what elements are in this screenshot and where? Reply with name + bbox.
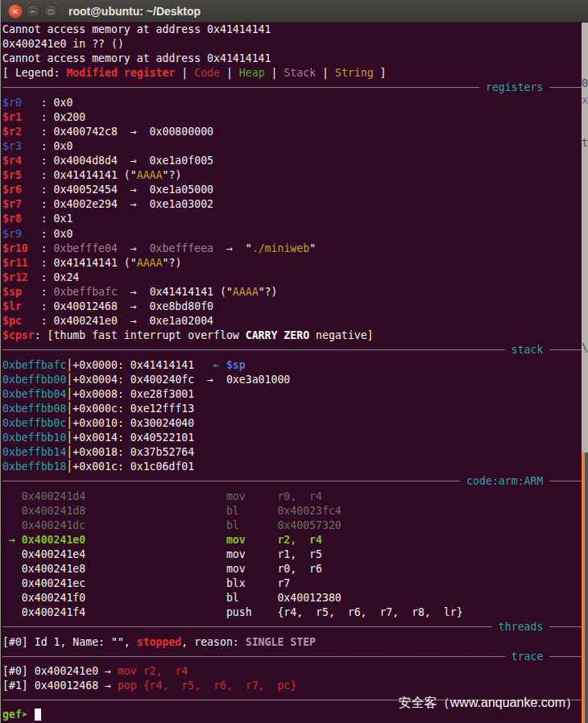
terminal-window: ✕ − ▢ root@ubuntu: ~/Desktop Cannot acce… (0, 0, 588, 723)
section-separator-registers: ────────────────────────────────────────… (2, 81, 588, 95)
text-segment: : 0x41414141 (" (41, 169, 137, 181)
text-segment: │+0x0008: 0xe28f3001 (66, 388, 194, 400)
window-title: root@ubuntu: ~/Desktop (68, 0, 201, 23)
terminal-screen[interactable]: Cannot access memory at address 0x414141… (1, 23, 588, 723)
close-icon[interactable]: ✕ (8, 4, 23, 19)
terminal-line: $r12 : 0x24 (2, 271, 588, 285)
scrollbar-lower[interactable] (582, 452, 588, 723)
text-segment: $r0 (2, 97, 41, 109)
text-segment: AAAA (137, 257, 163, 269)
terminal-line: 0x400241e4 mov r1, r5 (2, 547, 588, 562)
text-segment: 0x400241ec blx r7 (2, 577, 290, 589)
text-segment: Code (194, 67, 220, 79)
terminal-cursor[interactable] (35, 709, 41, 721)
text-segment: $r8 (2, 213, 41, 225)
terminal-line: Cannot access memory at address 0x414141… (2, 23, 588, 37)
text-segment: $r12 (2, 271, 41, 283)
text-segment: $r7 (2, 198, 41, 210)
terminal-line: $r0 : 0x0 (2, 96, 588, 110)
maximize-icon[interactable]: ▢ (43, 4, 58, 19)
terminal-line: $r7 : 0x4002e294 → 0xe1a03002 (2, 197, 588, 212)
text-segment: AAAA (137, 169, 163, 181)
text-segment: "?) (163, 257, 182, 269)
section-label: code:arm:ARM (460, 474, 549, 489)
text-segment: Cannot access memory at address 0x414141… (2, 52, 271, 64)
terminal-line: $r10 : 0xbefffe04 → 0xbefffeea → "./mini… (2, 242, 588, 256)
text-segment: │+0x0018: 0x37b52764 (66, 446, 194, 458)
section-separator-stack: ────────────────────────────────────────… (2, 343, 588, 357)
text-segment: Stack (284, 67, 316, 79)
terminal-line: 0x400241d8 bl 0x40023fc4 (2, 504, 588, 518)
text-segment: String (335, 67, 374, 79)
text-segment: Heap (239, 67, 265, 79)
terminal-line: $r3 : 0x0 (2, 139, 588, 154)
terminal-line: 0x400241d4 mov r0, r4 (2, 490, 588, 504)
text-segment: → 0x400241e0 mov r2, r4 (2, 534, 322, 546)
terminal-line: 0x400241e8 mov r0, r6 (2, 562, 588, 576)
text-segment: " (309, 242, 316, 254)
text-segment: : 0x400241e0 → 0xe1a02004 (41, 315, 213, 327)
window-titlebar[interactable]: ✕ − ▢ root@ubuntu: ~/Desktop (1, 0, 588, 23)
text-segment: : 0x4004d8d4 → 0xe1a0f005 (41, 155, 213, 167)
terminal-line: [#0] Id 1, Name: "", stopped, reason: SI… (2, 635, 588, 650)
terminal-line: 0xbeffbafc│+0x0000: 0x41414141 ← $sp (2, 358, 588, 373)
text-segment: │+0x0014: 0x40522101 (66, 432, 194, 444)
separator-dashes: ────────────────────────────────────────… (2, 620, 492, 634)
scrollbar-thumb[interactable] (582, 452, 585, 723)
text-segment: $lr (2, 300, 41, 312)
terminal-line: $r5 : 0x41414141 ("AAAA"?) (2, 168, 588, 183)
text-segment: 0x400241f0 bl 0x40012380 (2, 592, 342, 604)
text-segment: CARRY ZERO (246, 329, 309, 341)
text-segment: │+0x0000: 0x41414141 (66, 359, 194, 371)
terminal-line: 0xbeffbb0c│+0x0010: 0x30024040 (2, 416, 588, 431)
section-separator-code:arm:ARM: ────────────────────────────────────────… (2, 474, 588, 489)
text-segment: : 0x40012468 → 0xe8bd80f0 (41, 300, 213, 312)
terminal-line: $cpsr: [thumb fast interrupt overflow CA… (2, 328, 588, 343)
text-segment: [ Legend: (2, 67, 66, 79)
text-segment: $pc (2, 315, 41, 327)
minimize-icon[interactable]: − (26, 4, 40, 19)
terminal-line: $r6 : 0x40052454 → 0xe1a05000 (2, 183, 588, 197)
text-segment: 0x400241e0 in ?? () (2, 38, 124, 50)
text-segment: Modified register (66, 67, 175, 79)
terminal-line: 0xbeffbb10│+0x0014: 0x40522101 (2, 431, 588, 445)
terminal-line: $r9 : 0x0 (2, 227, 588, 242)
text-segment: negative] (309, 329, 373, 341)
text-segment: │+0x000c: 0xe12fff13 (66, 403, 194, 415)
clipped-glyph: \ (582, 342, 588, 353)
text-segment: 0x400241e4 mov r1, r5 (2, 548, 322, 560)
text-segment: gef➤ (2, 709, 35, 721)
text-segment: 0xbeffbb04 (2, 388, 66, 400)
text-segment: $r4 (2, 155, 41, 167)
text-segment: [#1] 0x40012468 → (2, 680, 118, 692)
text-segment: : 0x0 (41, 97, 73, 109)
separator-dashes: ────────────────────────────────────────… (2, 650, 505, 664)
text-segment: $r1 (2, 111, 41, 123)
text-segment: $sp (2, 286, 41, 298)
text-segment: 0x400241e8 mov r0, r6 (2, 563, 322, 575)
terminal-line: 0x400241ec blx r7 (2, 576, 588, 591)
terminal-line: [#1] 0x40012468 → pop {r4, r5, r6, r7, p… (2, 679, 588, 693)
text-segment: "?) (259, 286, 278, 298)
separator-dashes: ────────────────────────────────────────… (2, 474, 460, 489)
text-segment: ./miniweb (252, 242, 309, 254)
anquanke-watermark: 安全客（www.anquanke.com） (399, 695, 578, 712)
text-segment: 0xbefffe04 (54, 242, 118, 254)
text-segment: | (265, 67, 284, 79)
clipped-glyph: 0 (582, 78, 588, 89)
text-segment: $r3 (2, 140, 41, 152)
text-segment: [#0] 0x400241e0 → (2, 665, 118, 677)
text-segment: $r9 (2, 228, 41, 240)
text-segment: "?) (163, 169, 182, 181)
text-segment: 0xbeffbb0c (2, 417, 66, 429)
text-segment: : (41, 242, 54, 254)
terminal-line: [ Legend: Modified register | Code | Hea… (2, 66, 588, 81)
text-segment: : 0x24 (41, 271, 80, 283)
text-segment: | (220, 67, 239, 79)
text-segment: ← $sp (213, 359, 246, 371)
text-segment: stopped (137, 636, 182, 648)
text-segment: → (118, 242, 150, 254)
terminal-line: [#0] 0x400241e0 → mov r2, r4 (2, 664, 588, 679)
clipped-glyph: t (582, 138, 588, 149)
separator-dashes: ────────────────────────────────────────… (2, 81, 479, 95)
